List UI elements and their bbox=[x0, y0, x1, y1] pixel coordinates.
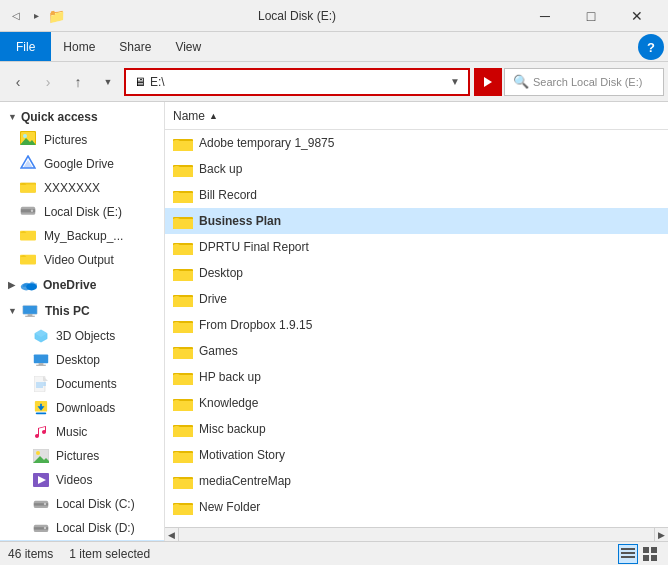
localdiskc-label: Local Disk (C:) bbox=[56, 497, 135, 511]
column-name-label: Name bbox=[173, 109, 205, 123]
sidebar-item-localdiskc[interactable]: Local Disk (C:) bbox=[0, 492, 164, 516]
svg-rect-47 bbox=[173, 140, 193, 151]
sidebar-item-mybackup[interactable]: My_Backup_... bbox=[0, 224, 164, 248]
title-bar: ◁ ▸ 📁 Local Disk (E:) ─ □ ✕ bbox=[0, 0, 668, 32]
svg-rect-89 bbox=[643, 555, 649, 561]
svg-rect-31 bbox=[36, 412, 47, 414]
address-go-button[interactable] bbox=[474, 68, 502, 96]
xxxxxxx-label: XXXXXXX bbox=[44, 181, 100, 195]
table-row[interactable]: Knowledge bbox=[165, 390, 668, 416]
sidebar-onedrive-header[interactable]: ▶ OneDrive bbox=[0, 272, 164, 298]
folder-icon bbox=[173, 315, 193, 335]
localdisk-quick-icon bbox=[20, 203, 38, 221]
sidebar: ▼ Quick access Pictures Google Drive XXX… bbox=[0, 102, 165, 541]
sidebar-item-pictures[interactable]: Pictures bbox=[0, 444, 164, 468]
googledrive-icon bbox=[20, 155, 38, 173]
forward-button[interactable]: › bbox=[34, 68, 62, 96]
svg-rect-85 bbox=[621, 552, 635, 554]
sidebar-item-googledrive[interactable]: Google Drive bbox=[0, 152, 164, 176]
table-row[interactable]: DPRTU Final Report bbox=[165, 234, 668, 260]
table-row[interactable]: Motivation Story bbox=[165, 442, 668, 468]
sidebar-item-3dobjects[interactable]: 3D Objects bbox=[0, 324, 164, 348]
svg-rect-17 bbox=[23, 305, 37, 314]
menu-help[interactable]: ? bbox=[638, 34, 664, 60]
scroll-right-button[interactable]: ▶ bbox=[654, 528, 668, 542]
sidebar-thispc-header[interactable]: ▼ This PC bbox=[0, 298, 164, 324]
maximize-button[interactable]: □ bbox=[568, 0, 614, 32]
sidebar-item-desktop[interactable]: Desktop bbox=[0, 348, 164, 372]
svg-rect-49 bbox=[173, 166, 193, 177]
thispc-icon bbox=[21, 302, 39, 320]
sidebar-item-pictures-quick[interactable]: Pictures bbox=[0, 128, 164, 152]
folder-icon bbox=[173, 289, 193, 309]
table-row[interactable]: Desktop bbox=[165, 260, 668, 286]
table-row[interactable]: New Folder bbox=[165, 494, 668, 520]
localdiskc-icon bbox=[32, 495, 50, 513]
menu-file[interactable]: File bbox=[0, 32, 51, 61]
table-row[interactable]: Bill Record bbox=[165, 182, 668, 208]
svg-rect-24 bbox=[39, 363, 44, 365]
table-row[interactable]: HP back up bbox=[165, 364, 668, 390]
close-button[interactable]: ✕ bbox=[614, 0, 660, 32]
table-row[interactable]: Business Plan bbox=[165, 208, 668, 234]
sidebar-item-videos[interactable]: Videos bbox=[0, 468, 164, 492]
table-row[interactable]: Drive bbox=[165, 286, 668, 312]
documents-icon bbox=[32, 375, 50, 393]
localdisk-quick-label: Local Disk (E:) bbox=[44, 205, 122, 219]
content-body[interactable]: Adobe temporary 1_9875 Back up Bill Reco… bbox=[165, 130, 668, 527]
menu-share[interactable]: Share bbox=[107, 32, 163, 61]
column-name[interactable]: Name ▲ bbox=[173, 109, 660, 123]
table-row[interactable]: Misc backup bbox=[165, 416, 668, 442]
horizontal-scrollbar[interactable]: ◀ ▶ bbox=[165, 527, 668, 541]
folder-name-label: Desktop bbox=[199, 266, 243, 280]
menu-view[interactable]: View bbox=[163, 32, 213, 61]
address-bar[interactable]: 🖥 E:\ ▼ bbox=[124, 68, 470, 96]
table-row[interactable]: Adobe temporary 1_9875 bbox=[165, 130, 668, 156]
svg-rect-9 bbox=[20, 184, 36, 192]
sidebar-item-downloads[interactable]: Downloads bbox=[0, 396, 164, 420]
minimize-button[interactable]: ─ bbox=[522, 0, 568, 32]
videooutput-icon bbox=[20, 251, 38, 269]
sidebar-item-xxxxxxx[interactable]: XXXXXXX bbox=[0, 176, 164, 200]
folder-icon bbox=[173, 185, 193, 205]
sidebar-item-videooutput[interactable]: Video Output bbox=[0, 248, 164, 272]
table-row[interactable]: From Dropbox 1.9.15 bbox=[165, 312, 668, 338]
folder-icon bbox=[173, 445, 193, 465]
scroll-left-button[interactable]: ◀ bbox=[165, 528, 179, 542]
table-row[interactable]: Back up bbox=[165, 156, 668, 182]
search-bar[interactable]: 🔍 Search Local Disk (E:) bbox=[504, 68, 664, 96]
folder-name-label: HP back up bbox=[199, 370, 261, 384]
view-tiles-button[interactable] bbox=[640, 544, 660, 564]
videooutput-label: Video Output bbox=[44, 253, 114, 267]
table-row[interactable]: Games bbox=[165, 338, 668, 364]
sidebar-item-localdisk-quick[interactable]: Local Disk (E:) bbox=[0, 200, 164, 224]
folder-name-label: Motivation Story bbox=[199, 448, 285, 462]
sidebar-quickaccess-header[interactable]: ▼ Quick access bbox=[0, 106, 164, 128]
sidebar-item-documents[interactable]: Documents bbox=[0, 372, 164, 396]
downloads-icon bbox=[32, 399, 50, 417]
svg-rect-88 bbox=[651, 547, 657, 553]
folder-name-label: Knowledge bbox=[199, 396, 258, 410]
folder-name-label: mediaCentreMap bbox=[199, 474, 291, 488]
googledrive-label: Google Drive bbox=[44, 157, 114, 171]
window-title: Local Disk (E:) bbox=[72, 9, 522, 23]
sidebar-item-localdiske[interactable]: Local Disk (E:) ▶ bbox=[0, 540, 164, 541]
sidebar-item-localdiskd[interactable]: Local Disk (D:) bbox=[0, 516, 164, 540]
item-count: 46 items bbox=[8, 547, 53, 561]
music-label: Music bbox=[56, 425, 87, 439]
status-bar: 46 items 1 item selected bbox=[0, 541, 668, 565]
table-row[interactable]: NRG Image bbox=[165, 520, 668, 527]
menu-home[interactable]: Home bbox=[51, 32, 107, 61]
nav-bar: ‹ › ↑ ▼ 🖥 E:\ ▼ 🔍 Search Local Disk (E:) bbox=[0, 62, 668, 102]
view-details-button[interactable] bbox=[618, 544, 638, 564]
sidebar-item-music[interactable]: Music bbox=[0, 420, 164, 444]
address-dropdown-icon[interactable]: ▼ bbox=[450, 76, 460, 87]
sidebar-quickaccess-label: Quick access bbox=[21, 110, 98, 124]
3dobjects-icon bbox=[32, 327, 50, 345]
up-button[interactable]: ↑ bbox=[64, 68, 92, 96]
back-button[interactable]: ‹ bbox=[4, 68, 32, 96]
svg-rect-65 bbox=[173, 374, 193, 385]
scroll-track bbox=[179, 528, 654, 541]
table-row[interactable]: mediaCentreMap bbox=[165, 468, 668, 494]
recent-button[interactable]: ▼ bbox=[94, 68, 122, 96]
